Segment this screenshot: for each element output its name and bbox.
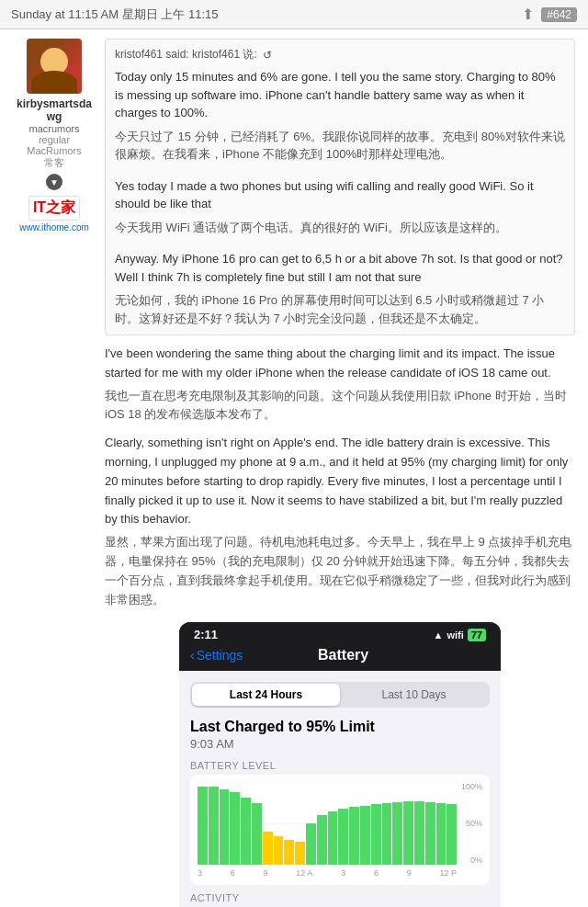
post-para2-en: Clearly, something isn't right on Apple'…: [105, 434, 575, 529]
battery-bar: [403, 782, 413, 865]
time-label: 12 P: [439, 868, 457, 878]
battery-bar: [295, 782, 305, 865]
user-rank: regular MacRumors常客: [13, 134, 96, 170]
post-timestamp: Sunday at 11:15 AM 星期日 上午 11:15: [11, 6, 218, 23]
battery-chart-area: 100% 50% 0%: [198, 782, 482, 865]
username: kirbysmartsdawg: [13, 97, 96, 123]
it-logo: IT之家: [28, 196, 80, 221]
pct-0: 0%: [470, 856, 482, 865]
user-dropdown-button[interactable]: ▼: [46, 174, 62, 190]
iphone-time: 2:11: [194, 628, 218, 641]
battery-bar: [360, 782, 370, 865]
quote-text-en: Today only 15 minutes and 6% are gone. I…: [115, 68, 565, 122]
post-para1-cn: 我也一直在思考充电限制及其影响的问题。这个问题从我使用旧款 iPhone 时开始…: [105, 387, 575, 425]
battery-bar: [392, 782, 402, 865]
battery-bar: [198, 782, 208, 865]
time-label: 9: [264, 868, 268, 878]
it-logo-text: IT之家: [33, 198, 75, 218]
settings-back-button[interactable]: ‹ Settings: [190, 648, 243, 663]
last-charged-time: 9:03 AM: [190, 737, 490, 751]
battery-time-labels: 36912 A36912 P: [198, 868, 482, 878]
battery-bar: [263, 782, 273, 865]
iphone-status-bar: 2:11 ▲ wifi 77: [179, 622, 501, 643]
quote-text-en3: Anyway. My iPhone 16 pro can get to 6,5 …: [115, 250, 565, 286]
battery-bar: [328, 782, 338, 865]
battery-bar: [338, 782, 348, 865]
post-para1-en: I've been wondering the same thing about…: [105, 345, 575, 383]
iphone-status-right: ▲ wifi 77: [434, 629, 486, 641]
time-label: 3: [198, 868, 202, 878]
post-header: Sunday at 11:15 AM 星期日 上午 11:15 ⬆ #642: [0, 0, 588, 29]
battery-bar: [274, 782, 284, 865]
battery-bar: [230, 782, 240, 865]
signal-icon: ▲: [434, 629, 444, 641]
battery-pct-labels: 100% 50% 0%: [457, 782, 482, 865]
time-label: 6: [231, 868, 235, 878]
battery-bar: [349, 782, 359, 865]
quote-text-en2: Yes today I made a two phones but using …: [115, 177, 565, 213]
settings-nav: ‹ Settings Battery: [179, 643, 501, 671]
time-label: 9: [407, 868, 412, 878]
segment-24hours[interactable]: Last 24 Hours: [192, 684, 340, 706]
segment-10days[interactable]: Last 10 Days: [340, 684, 488, 706]
quote-attribution: kristof461 said: kristof461 说:: [115, 47, 257, 62]
battery-bar: [425, 782, 435, 865]
user-section: kirbysmartsdawg macrumors regular MacRum…: [13, 39, 96, 232]
quote-text-cn: 今天只过了 15 分钟，已经消耗了 6%。我跟你说同样的故事。充电到 80%对软…: [115, 128, 565, 164]
battery-content: Last 24 Hours Last 10 Days Last Charged …: [179, 671, 501, 907]
time-label: 3: [341, 868, 345, 878]
post-content: kristof461 said: kristof461 说: ↺ Today o…: [105, 39, 575, 907]
post-container: kirbysmartsdawg macrumors regular MacRum…: [0, 29, 588, 907]
refresh-icon[interactable]: ↺: [263, 49, 272, 62]
post-number: #642: [541, 7, 577, 22]
user-group: macrumors: [28, 123, 79, 134]
post-para2-cn: 显然，苹果方面出现了问题。待机电池耗电过多。今天早上，我在早上 9 点拔掉手机充…: [105, 533, 575, 609]
quote-text-cn3: 无论如何，我的 iPhone 16 Pro 的屏幕使用时间可以达到 6.5 小时…: [115, 291, 565, 327]
settings-back-label: Settings: [197, 648, 243, 663]
battery-bar: [306, 782, 316, 865]
activity-label: ACTIVITY: [190, 892, 490, 903]
battery-level-label: BATTERY LEVEL: [190, 760, 490, 771]
avatar: [27, 39, 82, 94]
back-chevron-icon: ‹: [190, 648, 195, 663]
battery-page-title: Battery: [243, 647, 444, 663]
battery-bar: [414, 782, 424, 865]
battery-chart: 100% 50% 0% 36912 A36912 P: [190, 775, 490, 885]
battery-bar: [371, 782, 381, 865]
last-charged-title: Last Charged to 95% Limit: [190, 719, 490, 735]
pct-50: 50%: [466, 819, 482, 828]
battery-bar: [220, 782, 230, 865]
quote-text-cn2: 今天我用 WiFi 通话做了两个电话。真的很好的 WiFi。所以应该是这样的。: [115, 219, 565, 237]
battery-bar: [447, 782, 457, 865]
time-label: 6: [374, 868, 379, 878]
battery-bar: [252, 782, 262, 865]
iphone-screenshot: 2:11 ▲ wifi 77 ‹ Settings Battery: [179, 622, 501, 907]
wifi-icon: wifi: [447, 629, 463, 641]
quote-header: kristof461 said: kristof461 说: ↺: [115, 47, 565, 62]
battery-bar: [241, 782, 251, 865]
pct-100: 100%: [461, 782, 482, 791]
segment-control[interactable]: Last 24 Hours Last 10 Days: [190, 682, 490, 708]
battery-bar: [436, 782, 447, 865]
it-website[interactable]: www.ithome.com: [19, 222, 89, 232]
battery-bar: [209, 782, 219, 865]
battery-bar: [284, 782, 294, 865]
share-icon[interactable]: ⬆: [522, 6, 534, 23]
battery-bar: [382, 782, 392, 865]
battery-percentage: 77: [468, 629, 486, 641]
time-label: 12 A: [296, 868, 312, 878]
chart-bars: [198, 782, 457, 865]
battery-bar: [317, 782, 327, 865]
quote-box: kristof461 said: kristof461 说: ↺ Today o…: [105, 39, 575, 335]
